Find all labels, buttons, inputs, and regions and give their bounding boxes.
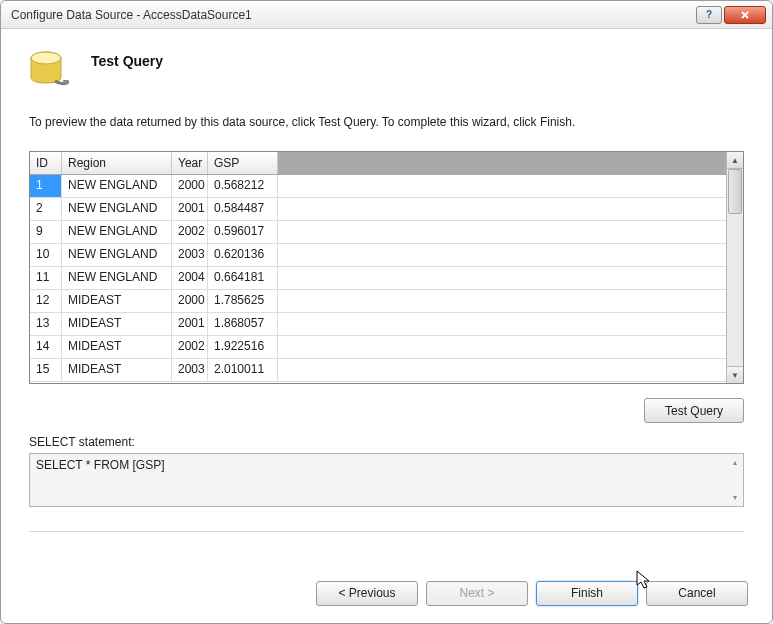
page-title: Test Query [91,53,163,69]
footer: < Previous Next > Finish Cancel [1,563,772,623]
scroll-track[interactable] [727,169,743,366]
next-button: Next > [426,581,528,606]
sql-statement-label: SELECT statement: [29,435,744,449]
cell-region: NEW ENGLAND [62,221,172,243]
titlebar-buttons: ? [696,6,766,24]
table-row[interactable]: 13MIDEAST20011.868057 [30,313,726,336]
table-row[interactable]: 9NEW ENGLAND20020.596017 [30,221,726,244]
cell-id: 14 [30,336,62,358]
content-area: Test Query To preview the data returned … [1,29,772,563]
cell-gsp: 0.568212 [208,175,278,197]
cell-year: 2003 [172,244,208,266]
statement-scrollbar[interactable]: ▴ ▾ [726,454,743,506]
table-row[interactable]: 15MIDEAST20032.010011 [30,359,726,382]
grid-body: 1NEW ENGLAND20000.5682122NEW ENGLAND2001… [30,175,726,383]
cell-year: 2001 [172,313,208,335]
stmt-scroll-up[interactable]: ▴ [726,454,743,471]
vertical-scrollbar[interactable]: ▲ ▼ [726,152,743,383]
grid-header-spacer [278,152,726,174]
cell-year: 2003 [172,359,208,381]
cell-region: MIDEAST [62,359,172,381]
table-row[interactable]: 2NEW ENGLAND20010.584487 [30,198,726,221]
scroll-up-button[interactable]: ▲ [727,152,743,169]
previous-button[interactable]: < Previous [316,581,418,606]
finish-button[interactable]: Finish [536,581,638,606]
cell-region: MIDEAST [62,313,172,335]
cell-gsp: 0.584487 [208,198,278,220]
cell-id: 10 [30,244,62,266]
cell-gsp: 2.010011 [208,359,278,381]
cell-region: NEW ENGLAND [62,267,172,289]
titlebar[interactable]: Configure Data Source - AccessDataSource… [1,1,772,29]
close-button[interactable] [724,6,766,24]
sql-statement-text: SELECT * FROM [GSP] [30,454,726,506]
cell-year: 2000 [172,175,208,197]
cell-id: 11 [30,267,62,289]
results-grid[interactable]: ID Region Year GSP 1NEW ENGLAND20000.568… [29,151,744,384]
cell-id: 12 [30,290,62,312]
test-query-button[interactable]: Test Query [644,398,744,423]
sql-statement-box[interactable]: SELECT * FROM [GSP] ▴ ▾ [29,453,744,507]
column-header-gsp[interactable]: GSP [208,152,278,174]
cell-id: 9 [30,221,62,243]
table-row[interactable]: 1NEW ENGLAND20000.568212 [30,175,726,198]
svg-rect-3 [63,80,69,84]
scroll-down-button[interactable]: ▼ [727,366,743,383]
column-header-region[interactable]: Region [62,152,172,174]
column-header-year[interactable]: Year [172,152,208,174]
cell-year: 2001 [172,198,208,220]
header: Test Query [25,47,748,93]
separator [29,531,744,532]
cell-year: 2004 [172,267,208,289]
table-row[interactable]: 11NEW ENGLAND20040.664181 [30,267,726,290]
table-row[interactable]: 12MIDEAST20001.785625 [30,290,726,313]
cell-gsp: 1.868057 [208,313,278,335]
dialog-window: Configure Data Source - AccessDataSource… [0,0,773,624]
cell-region: NEW ENGLAND [62,175,172,197]
table-row[interactable]: 14MIDEAST20021.922516 [30,336,726,359]
stmt-scroll-down[interactable]: ▾ [726,489,743,506]
cell-year: 2000 [172,290,208,312]
cell-gsp: 1.785625 [208,290,278,312]
table-row[interactable]: 10NEW ENGLAND20030.620136 [30,244,726,267]
cell-id: 1 [30,175,62,197]
help-button[interactable]: ? [696,6,722,24]
svg-point-2 [31,52,61,64]
cell-id: 13 [30,313,62,335]
description: To preview the data returned by this dat… [29,115,744,129]
cell-id: 2 [30,198,62,220]
cell-gsp: 1.922516 [208,336,278,358]
cancel-button[interactable]: Cancel [646,581,748,606]
cell-gsp: 0.620136 [208,244,278,266]
cell-region: NEW ENGLAND [62,198,172,220]
cell-region: MIDEAST [62,336,172,358]
svg-text:?: ? [706,10,712,20]
cell-region: NEW ENGLAND [62,244,172,266]
scroll-thumb[interactable] [728,169,742,214]
cell-id: 15 [30,359,62,381]
grid-header-row: ID Region Year GSP [30,152,726,175]
cell-region: MIDEAST [62,290,172,312]
cell-year: 2002 [172,336,208,358]
cell-year: 2002 [172,221,208,243]
cell-gsp: 0.596017 [208,221,278,243]
cell-gsp: 0.664181 [208,267,278,289]
database-icon [25,47,71,93]
column-header-id[interactable]: ID [30,152,62,174]
window-title: Configure Data Source - AccessDataSource… [7,8,696,22]
